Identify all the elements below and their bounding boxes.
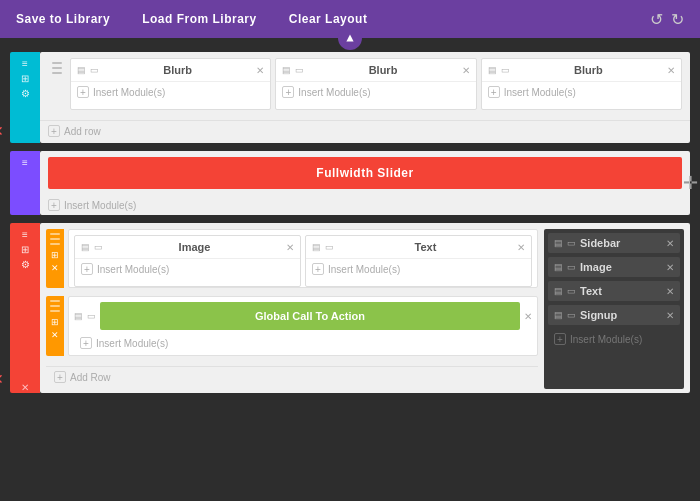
section-2-body: Fullwidth Slider + Insert Module(s) (40, 151, 690, 215)
sidebar-panel-item-image[interactable]: ▤ ▭ Image ✕ (548, 257, 680, 277)
undo-button[interactable]: ↺ (650, 10, 663, 29)
green-row-wrapper: ▤ ▭ Global Call To Action ✕ + Insert (69, 297, 537, 355)
section-1-body: ▤ ▭ Blurb ✕ + Insert Module(s) (40, 52, 690, 143)
section-3-handle[interactable]: ≡ ⊞ ⚙ ✕ (10, 223, 40, 393)
module-icon-3: ▤ (488, 65, 497, 75)
settings-3-icon: ⚙ (21, 259, 30, 270)
monitor-icon-3: ▭ (501, 65, 510, 75)
monitor-txt-icon: ▭ (325, 242, 334, 252)
section-3-row-2-inner: ▤ ▭ Global Call To Action ✕ + Insert (68, 296, 538, 356)
module-txt-icon: ▤ (312, 242, 321, 252)
col-blurb-1-header: ▤ ▭ Blurb ✕ (71, 59, 270, 82)
sidebar-panel-close-4[interactable]: ✕ (666, 310, 674, 321)
sidebar-insert-plus: + (554, 333, 566, 345)
section-3-body: ⊞ ✕ ▤ ▭ Image (40, 223, 690, 393)
handle-lines-2-icon: ≡ (22, 157, 28, 168)
svg-marker-0 (346, 34, 353, 41)
col-blurb-2-insert[interactable]: + Insert Module(s) (276, 82, 475, 102)
monitor-icon-1: ▭ (90, 65, 99, 75)
sidebar-panel-close-3[interactable]: ✕ (666, 286, 674, 297)
section-1-handle[interactable]: ≡ ⊞ ⚙ (10, 52, 40, 143)
section-1-row-container: ▤ ▭ Blurb ✕ + Insert Module(s) (40, 52, 690, 118)
col-blurb-3: ▤ ▭ Blurb ✕ + Insert Module(s) (481, 58, 682, 110)
sidebar-panel-title-2: Image (580, 261, 662, 273)
section-1-add-row[interactable]: + Add row (40, 120, 690, 143)
col-image-close[interactable]: ✕ (286, 242, 294, 253)
section-3-cols-wrap: ▤ ▭ Image ✕ + Insert Module(s) (68, 229, 538, 288)
insert-plus-green: + (80, 337, 92, 349)
col-image-header: ▤ ▭ Image ✕ (75, 236, 300, 259)
col-image-insert[interactable]: + Insert Module(s) (75, 259, 300, 279)
section-2-handle[interactable]: ≡ (10, 151, 40, 215)
section-3: ≡ ⊞ ⚙ ✕ ⊞ ✕ (10, 223, 690, 393)
col-image: ▤ ▭ Image ✕ + Insert Module(s) (74, 235, 301, 287)
col-blurb-3-insert[interactable]: + Insert Module(s) (482, 82, 681, 102)
sidebar-panel-item-text[interactable]: ▤ ▭ Text ✕ (548, 281, 680, 301)
toolbar: Save to Library Load From Library Clear … (0, 0, 700, 38)
col-blurb-1-title: Blurb (103, 64, 252, 76)
sidebar-panel-icon-4: ▤ (554, 310, 563, 320)
col-blurb-3-header: ▤ ▭ Blurb ✕ (482, 59, 681, 82)
delete-3-icon[interactable]: ✕ (21, 382, 29, 393)
col-blurb-3-close[interactable]: ✕ (667, 65, 675, 76)
sidebar-panel-close-2[interactable]: ✕ (666, 262, 674, 273)
col-text: ▤ ▭ Text ✕ + Insert Module(s) (305, 235, 532, 287)
insert-plus-3: + (488, 86, 500, 98)
module-icon-2: ▤ (282, 65, 291, 75)
section-3-inner: ⊞ ✕ ▤ ▭ Image (40, 223, 690, 393)
section-3-row-2-handle[interactable]: ⊞ ✕ (46, 296, 64, 356)
col-blurb-1-close[interactable]: ✕ (256, 65, 264, 76)
col-blurb-2-close[interactable]: ✕ (462, 65, 470, 76)
delete-row2-icon[interactable]: ✕ (51, 330, 59, 340)
section-1-delete[interactable]: ✕ (0, 123, 4, 139)
redo-button[interactable]: ↻ (671, 10, 684, 29)
sidebar-panel-icon-1: ▤ (554, 238, 563, 248)
insert-plus-txt: + (312, 263, 324, 275)
add-section-crosshair[interactable]: ✛ (683, 172, 698, 194)
monitor-img-icon: ▭ (94, 242, 103, 252)
sidebar-panel-insert[interactable]: + Insert Module(s) (548, 329, 680, 349)
sidebar-panel-monitor-4: ▭ (567, 310, 576, 320)
save-to-library-button[interactable]: Save to Library (16, 12, 110, 26)
col-text-insert[interactable]: + Insert Module(s) (306, 259, 531, 279)
grid-3-icon: ⊞ (21, 244, 29, 255)
fullwidth-slider-block[interactable]: Fullwidth Slider (48, 157, 682, 189)
col-blurb-1: ▤ ▭ Blurb ✕ + Insert Module(s) (70, 58, 271, 110)
sidebar-panel-item-signup[interactable]: ▤ ▭ Signup ✕ (548, 305, 680, 325)
green-monitor-icon: ▭ (87, 311, 96, 321)
grid-icon: ⊞ (21, 73, 29, 84)
col-image-title: Image (107, 241, 282, 253)
sidebar-panel-item-sidebar[interactable]: ▤ ▭ Sidebar ✕ (548, 233, 680, 253)
grid-row1-icon: ⊞ (51, 250, 59, 260)
global-cta-block[interactable]: Global Call To Action (100, 302, 520, 330)
section-2-fullwidth-row: Fullwidth Slider (40, 151, 690, 195)
builder-content: ≡ ⊞ ⚙ ▤ ▭ Blurb (0, 38, 700, 403)
sidebar-panel-close-1[interactable]: ✕ (666, 238, 674, 249)
insert-plus-fw: + (48, 199, 60, 211)
green-row-header: ▤ ▭ Global Call To Action ✕ (74, 302, 532, 330)
clear-layout-button[interactable]: Clear Layout (289, 12, 368, 26)
col-blurb-1-insert[interactable]: + Insert Module(s) (71, 82, 270, 102)
section-2-insert[interactable]: + Insert Module(s) (40, 195, 690, 215)
sidebar-panel-title-3: Text (580, 285, 662, 297)
green-insert[interactable]: + Insert Module(s) (74, 333, 532, 353)
section-3-cols: ▤ ▭ Image ✕ + Insert Module(s) (69, 230, 537, 287)
load-from-library-button[interactable]: Load From Library (142, 12, 257, 26)
section-3-add-row[interactable]: + Add Row (46, 366, 538, 389)
insert-plus-img: + (81, 263, 93, 275)
toolbar-right: ↺ ↻ (650, 10, 684, 29)
col-blurb-3-title: Blurb (514, 64, 663, 76)
col-text-title: Text (338, 241, 513, 253)
green-close[interactable]: ✕ (524, 311, 532, 322)
section-3-delete[interactable]: ✕ (0, 371, 4, 387)
row-1-handle[interactable] (48, 58, 66, 110)
section-3-row-1: ⊞ ✕ ▤ ▭ Image (46, 229, 538, 288)
col-text-close[interactable]: ✕ (517, 242, 525, 253)
section-3-row-1-handle[interactable]: ⊞ ✕ (46, 229, 64, 288)
delete-row1-icon[interactable]: ✕ (51, 263, 59, 273)
section-2: ≡ Fullwidth Slider + Insert Module(s) ✛ (10, 151, 690, 215)
col-blurb-2-header: ▤ ▭ Blurb ✕ (276, 59, 475, 82)
insert-plus-1: + (77, 86, 89, 98)
section-3-left: ⊞ ✕ ▤ ▭ Image (46, 229, 538, 389)
sidebar-panel-monitor-2: ▭ (567, 262, 576, 272)
